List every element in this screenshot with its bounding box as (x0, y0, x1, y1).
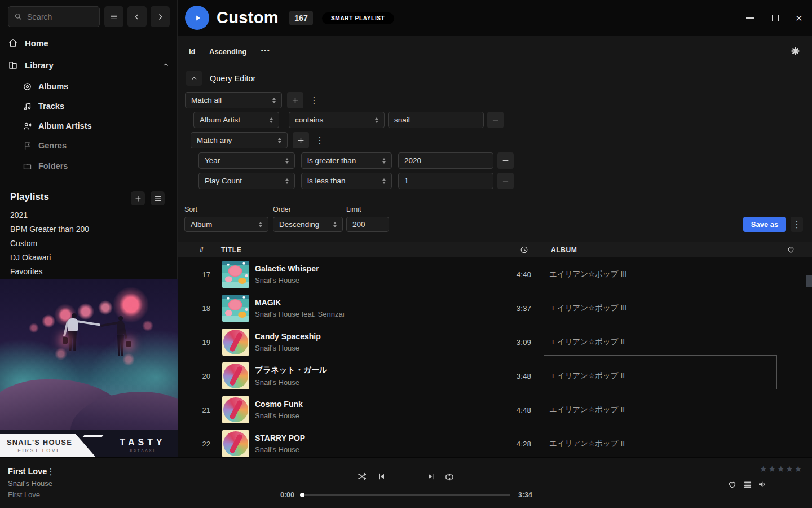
sidebar-item-library[interactable]: Library (8, 58, 170, 72)
star-icon[interactable]: ★ (795, 465, 802, 473)
settings-gear-icon[interactable] (790, 46, 801, 56)
previous-track-icon[interactable] (377, 472, 386, 481)
star-icon[interactable]: ★ (777, 465, 784, 473)
match-type-select-group1[interactable]: Match all (185, 92, 282, 108)
window-close-button[interactable]: × (792, 10, 806, 26)
sidebar-item-album-artists[interactable]: Album Artists (23, 120, 92, 132)
track-artist[interactable]: Snail's House (255, 378, 327, 387)
track-title[interactable]: プラネット・ガール (255, 365, 327, 375)
chevron-up-icon[interactable] (162, 61, 170, 69)
rule2-operator-select[interactable]: is greater than (301, 152, 392, 169)
next-track-icon[interactable] (426, 472, 435, 481)
rule3-value-input[interactable] (398, 173, 493, 189)
track-artist[interactable]: Snail's House (255, 344, 321, 352)
column-title[interactable]: TITLE (221, 246, 241, 254)
favorite-heart-icon[interactable] (727, 480, 737, 489)
sidebar-item-tracks[interactable]: Tracks (23, 100, 64, 112)
add-playlist-button[interactable] (131, 191, 145, 205)
track-artist[interactable]: Snail's House (255, 276, 319, 284)
now-playing-album[interactable]: First Love (8, 491, 40, 499)
window-minimize-button[interactable] (743, 12, 757, 24)
rule1-value-input[interactable] (388, 112, 484, 128)
track-title[interactable]: Galactic Whisper (255, 264, 319, 273)
now-playing-title[interactable]: First Love (8, 467, 47, 476)
scrollbar-thumb[interactable] (806, 275, 812, 287)
save-as-button[interactable]: Save as (743, 217, 786, 232)
group2-menu-icon[interactable]: ⋮ (315, 135, 324, 146)
sidebar-item-folders[interactable]: Folders (23, 160, 68, 172)
search-box[interactable] (8, 6, 100, 27)
playlist-item[interactable]: Custom (10, 239, 37, 248)
album-cover-thumbnail[interactable] (222, 295, 249, 322)
rule2-value-input[interactable] (398, 152, 493, 169)
star-icon[interactable]: ★ (768, 465, 775, 473)
save-menu-button[interactable]: ⋮ (791, 217, 803, 232)
group1-menu-icon[interactable]: ⋮ (310, 95, 319, 106)
table-row[interactable]: 18 MAGIK Snail's House feat. Sennzai 3:3… (178, 291, 812, 325)
column-album[interactable]: ALBUM (551, 246, 577, 254)
sidebar-item-home[interactable]: Home (8, 36, 48, 50)
track-artist[interactable]: Snail's House (255, 445, 305, 454)
table-row[interactable]: 20 プラネット・ガール Snail's House 3:48 エイリアン☆ポッ… (178, 359, 812, 393)
album-cover-thumbnail[interactable] (222, 362, 249, 389)
track-title[interactable]: Cosmo Funk (255, 400, 303, 409)
rule3-operator-select[interactable]: is less than (301, 173, 392, 189)
remove-rule3-button[interactable] (497, 173, 514, 189)
play-playlist-button[interactable] (185, 6, 209, 30)
sidebar-item-albums[interactable]: Albums (23, 80, 68, 93)
remove-rule2-button[interactable] (497, 152, 514, 169)
table-row[interactable]: 17 Galactic Whisper Snail's House 4:40 エ… (178, 257, 812, 291)
repeat-icon[interactable] (444, 472, 454, 482)
track-title[interactable]: Candy Spaceship (255, 332, 321, 341)
playlist-list-button[interactable] (151, 191, 165, 205)
album-cover-thumbnail[interactable] (222, 430, 249, 457)
nav-forward-button[interactable] (151, 6, 170, 27)
window-maximize-button[interactable] (769, 11, 782, 25)
heart-icon[interactable] (787, 246, 795, 254)
track-album[interactable]: エイリアン☆ポップ II (544, 393, 777, 427)
rule1-operator-select[interactable]: contains (289, 112, 385, 128)
track-title[interactable]: STARRY POP (255, 433, 305, 443)
clock-icon[interactable] (520, 246, 528, 254)
sort-select[interactable]: Album (184, 217, 268, 232)
track-album-focused-cell[interactable]: エイリアン☆ポップ II (544, 359, 777, 393)
add-rule-button-group1[interactable] (287, 92, 303, 108)
remove-rule1-button[interactable] (487, 112, 504, 128)
sidebar-item-genres[interactable]: Genres (23, 139, 67, 152)
add-rule-button-group2[interactable] (293, 132, 309, 148)
album-cover-thumbnail[interactable] (222, 329, 249, 356)
star-icon[interactable]: ★ (785, 465, 793, 473)
playlist-item[interactable]: 2021 (10, 211, 28, 220)
nav-back-button[interactable] (127, 6, 147, 27)
seek-thumb[interactable] (300, 493, 304, 497)
limit-input[interactable] (346, 217, 389, 232)
sort-field-control[interactable]: Id (189, 47, 196, 56)
track-album[interactable]: エイリアン☆ポップ II (544, 325, 777, 359)
now-playing-menu-icon[interactable]: ⋮ (46, 466, 55, 477)
query-editor-collapse-button[interactable] (186, 71, 202, 86)
seek-bar[interactable] (302, 494, 510, 496)
now-playing-artist[interactable]: Snail's House (8, 479, 52, 488)
menu-button[interactable] (104, 6, 123, 27)
column-index[interactable]: # (200, 246, 204, 254)
table-row[interactable]: 19 Candy Spaceship Snail's House 3:09 エイ… (178, 325, 812, 359)
shuffle-icon[interactable] (357, 471, 367, 481)
track-artist[interactable]: Snail's House (255, 411, 303, 420)
track-album[interactable]: エイリアン☆ポップ III (544, 257, 777, 291)
more-options-icon[interactable]: ⋯ (261, 45, 270, 56)
playlist-item[interactable]: BPM Greater than 200 (10, 225, 89, 234)
star-icon[interactable]: ★ (760, 465, 767, 473)
table-row[interactable]: 21 Cosmo Funk Snail's House 4:48 エイリアン☆ポ… (178, 393, 812, 427)
volume-icon[interactable] (757, 479, 767, 489)
track-album[interactable]: エイリアン☆ポップ II (544, 427, 777, 457)
rule2-field-select[interactable]: Year (198, 152, 295, 169)
playlist-item[interactable]: DJ Okawari (10, 253, 51, 262)
sort-direction-control[interactable]: Ascending (209, 47, 246, 56)
queue-icon[interactable] (743, 480, 752, 489)
order-select[interactable]: Descending (273, 217, 343, 232)
album-cover-thumbnail[interactable] (222, 396, 249, 423)
album-cover-thumbnail[interactable] (222, 261, 249, 288)
search-input[interactable] (27, 12, 94, 21)
playlist-item[interactable]: Favorites (10, 267, 43, 276)
track-album[interactable]: エイリアン☆ポップ III (544, 291, 777, 325)
